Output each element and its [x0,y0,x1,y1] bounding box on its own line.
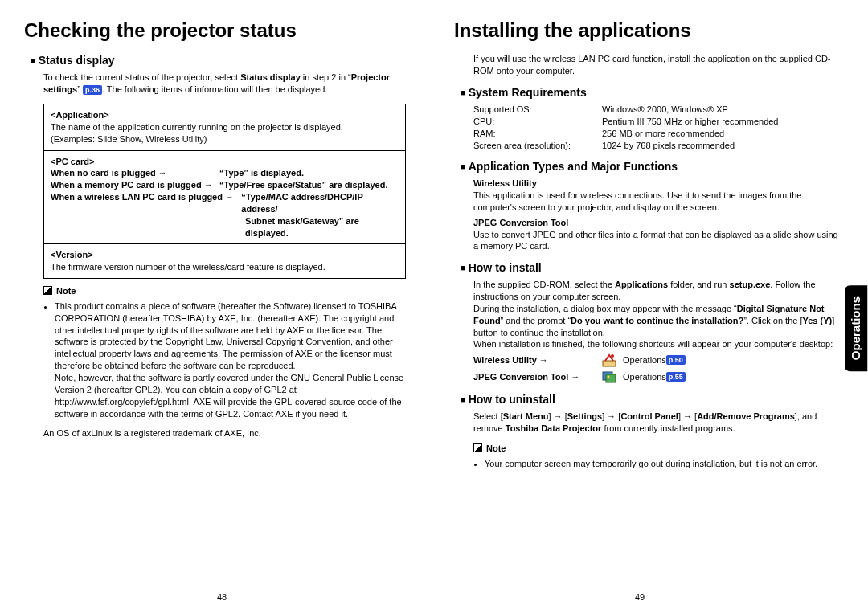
app-desc: Use to convert JPEG and other files into… [473,229,844,253]
sys-value: Windows® 2000, Windows® XP [602,104,728,116]
text: folder, and run [668,280,729,289]
right-intro: If you will use the wireless LAN PC card… [454,53,844,77]
text: ” [77,84,83,94]
box-application: <Application> The name of the applicatio… [43,104,406,151]
text: Yes (Y) [803,316,833,325]
sys-label: Supported OS: [473,104,602,116]
box-header: <Version> [51,249,399,261]
text: This product contains a piece of softwar… [55,301,396,370]
text: Operations [623,371,666,383]
note-body: Your computer screen may temporarily go … [454,458,844,470]
sys-req-body: Supported OS:Windows® 2000, Windows® XP … [454,104,844,151]
text: “Type/MAC address/DHCP/IP address/ [241,191,399,215]
sys-value: 256 MB or more recommended [602,128,724,140]
right-heading: Installing the applications [454,18,844,43]
page-number-left: 48 [217,591,227,603]
side-tab-operations: Operations [845,285,867,371]
note-heading: Note [473,443,844,455]
app-types-body: Wireless Utility This application is use… [454,178,844,252]
text: In the supplied CD-ROM, select the [473,280,615,289]
shortcut-jpeg-tool: JPEG Conversion Tool → Operations p.55 [473,370,844,384]
text: When a memory PC card is plugged → [51,179,219,191]
sys-label: RAM: [473,128,602,140]
box-header: <Application> [51,109,399,121]
svg-rect-3 [606,374,616,382]
right-page: Installing the applications If you will … [454,18,844,473]
note-item: Your computer screen may temporarily go … [485,458,844,470]
uninstall-body: Select [Start Menu] → [Settings] → [Cont… [454,411,844,435]
text: ”. Click on the [ [743,316,802,325]
text: Control Panel [620,411,678,421]
jpeg-tool-icon [602,370,616,384]
section-how-to-uninstall: How to uninstall [461,392,844,407]
app-desc: This application is used for wireless co… [473,190,844,214]
text: Note, however, that the software is part… [55,373,403,419]
text: Add/Remove Programs [697,411,795,421]
text: During the installation, a dialog box ma… [473,304,737,313]
text: ] → [ [549,411,567,421]
text: To check the current status of the proje… [43,72,240,82]
text: When installation is finished, the follo… [473,339,833,349]
note-heading: Note [43,285,414,297]
svg-point-1 [611,354,614,358]
text: (Examples: Slide Show, Wireless Utility) [51,133,399,145]
text: “Type” is displayed. [219,167,304,179]
text: Toshiba Data Projector [506,423,602,433]
shortcut-label: Wireless Utility → [473,354,602,366]
svg-point-4 [608,376,610,378]
status-intro: To check the current status of the proje… [24,72,414,96]
text: Select [ [473,411,503,421]
page-number-right: 49 [635,591,645,603]
install-body: In the supplied CD-ROM, select the Appli… [454,279,844,384]
note-item: This product contains a piece of softwar… [55,300,414,419]
wireless-utility-icon [602,353,616,367]
text: Settings [567,411,602,421]
note-body: This product contains a piece of softwar… [24,300,414,419]
text: When a wireless LAN PC card is plugged → [51,191,241,215]
section-system-requirements: System Requirements [461,85,844,100]
shortcut-wireless-utility: Wireless Utility → Operations p.50 [473,353,844,367]
text: ” and the prompt “ [501,316,571,325]
app-name: JPEG Conversion Tool [473,217,844,229]
svg-rect-0 [603,361,616,366]
text: Operations [623,354,666,366]
trademark-note: An OS of axLinux is a registered tradema… [24,427,414,439]
page-ref-36: p.36 [83,85,102,95]
page-ref-50: p.50 [666,355,686,365]
sys-value: 1024 by 768 pixels recommended [602,140,735,152]
text: The name of the application currently ru… [51,121,399,133]
text: “Type/Free space/Status” are displayed. [219,179,388,191]
page-spread: Checking the projector status Status dis… [0,0,868,481]
text: When no card is plugged → [51,167,219,179]
text: ] → [ [678,411,697,421]
text: Applications [615,280,668,289]
page-ref-55: p.55 [666,372,686,382]
text: Subnet mask/Gateway” are displayed. [51,215,399,239]
left-page: Checking the projector status Status dis… [24,18,414,473]
sys-value: Pentium III 750 MHz or higher recommende… [602,116,779,128]
text: in step 2 in “ [301,72,351,82]
section-status-display: Status display [31,53,414,68]
text: Start Menu [503,411,549,421]
left-heading: Checking the projector status [24,18,414,43]
sys-label: Screen area (resolution): [473,140,602,152]
box-version: <Version> The firmware version number of… [43,243,406,279]
box-pc-card: <PC card> When no card is plugged →“Type… [43,150,406,245]
sys-label: CPU: [473,116,602,128]
app-name: Wireless Utility [473,178,844,190]
text: ] → [ [602,411,620,421]
shortcut-label: JPEG Conversion Tool → [473,371,602,383]
text: from currently installed programs. [601,423,735,433]
box-header: <PC card> [51,156,399,168]
text: setup.exe [730,280,771,289]
text: Status display [240,72,301,82]
text: Do you want to continue the installation… [571,316,743,325]
section-app-types: Application Types and Major Functions [461,159,844,174]
text: The firmware version number of the wirel… [51,261,399,273]
text: . The following items of information wil… [102,84,327,94]
section-how-to-install: How to install [461,260,844,276]
